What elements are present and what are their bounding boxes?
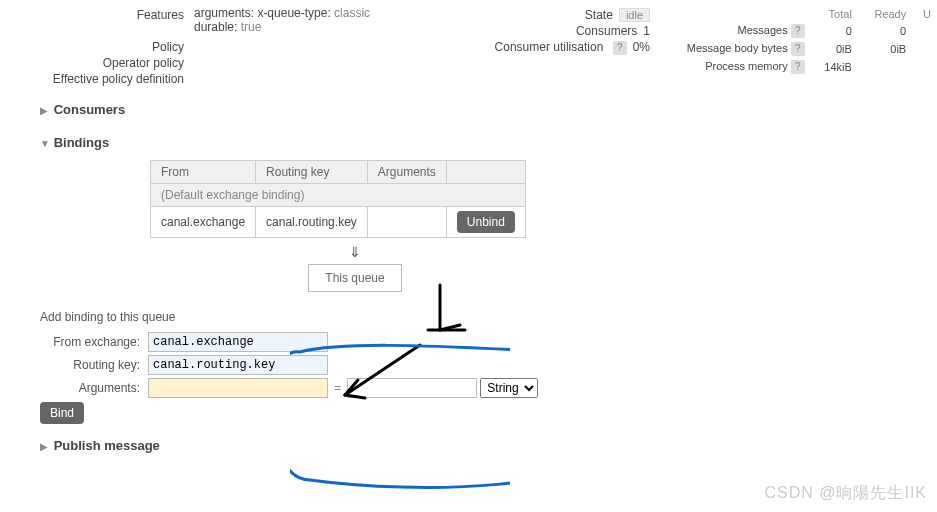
durable-val: true bbox=[241, 20, 262, 34]
consumers-title: Consumers bbox=[54, 102, 126, 117]
bindings-th-args: Arguments bbox=[367, 161, 446, 184]
effective-policy-label: Effective policy definition bbox=[40, 72, 190, 86]
routing-key-input[interactable] bbox=[148, 355, 328, 375]
consumer-util-label: Consumer utilisation bbox=[495, 40, 610, 54]
policy-label: Policy bbox=[40, 40, 190, 54]
bindings-title: Bindings bbox=[54, 135, 110, 150]
consumers-section-header[interactable]: ▶ Consumers bbox=[40, 98, 937, 121]
operator-policy-label: Operator policy bbox=[40, 56, 190, 70]
help-icon[interactable]: ? bbox=[791, 60, 805, 74]
binding-from: canal.exchange bbox=[151, 207, 256, 238]
features-arg-key: x-queue-type: bbox=[257, 6, 330, 20]
argument-value-input[interactable] bbox=[347, 378, 477, 398]
help-icon[interactable]: ? bbox=[791, 42, 805, 56]
publish-title: Publish message bbox=[54, 438, 160, 453]
table-row: (Default exchange binding) bbox=[151, 184, 526, 207]
stats-messages-total: 0 bbox=[809, 22, 858, 40]
consumers-value: 1 bbox=[643, 24, 650, 38]
features-arguments: arguments: bbox=[194, 6, 254, 20]
stats-col-ready: Ready bbox=[858, 6, 912, 22]
consumer-util-value: 0% bbox=[633, 40, 650, 55]
queue-details: Features Policy Operator policy Effectiv… bbox=[0, 6, 937, 88]
help-icon[interactable]: ? bbox=[613, 41, 627, 55]
arguments-label: Arguments: bbox=[40, 381, 140, 395]
down-arrow-icon: ⇓ bbox=[150, 244, 560, 260]
help-icon[interactable]: ? bbox=[791, 24, 805, 38]
state-value: idle bbox=[619, 8, 650, 22]
this-queue-box: This queue bbox=[308, 264, 401, 292]
chevron-right-icon: ▶ bbox=[40, 441, 50, 452]
state-block: State idle Consumers 1 Consumer utilisat… bbox=[470, 6, 650, 88]
stats-mbb-total: 0iB bbox=[809, 40, 858, 58]
bind-button[interactable]: Bind bbox=[40, 402, 84, 424]
chevron-right-icon: ▶ bbox=[40, 105, 50, 116]
add-binding-header: Add binding to this queue bbox=[40, 310, 937, 324]
bindings-th-rk: Routing key bbox=[256, 161, 368, 184]
watermark: CSDN @晌陽先生IIK bbox=[764, 483, 927, 504]
stats-col-total: Total bbox=[809, 6, 858, 22]
unbind-button[interactable]: Unbind bbox=[457, 211, 515, 233]
chevron-down-icon: ▼ bbox=[40, 138, 50, 149]
stats-pm-total: 14kiB bbox=[809, 58, 858, 76]
table-row: canal.exchange canal.routing.key Unbind bbox=[151, 207, 526, 238]
features-values: arguments: x-queue-type: classic durable… bbox=[190, 6, 470, 88]
default-binding: (Default exchange binding) bbox=[151, 184, 526, 207]
bindings-th-from: From bbox=[151, 161, 256, 184]
equals-sign: = bbox=[334, 381, 341, 395]
publish-section-header[interactable]: ▶ Publish message bbox=[40, 434, 937, 457]
stats-mbb-ready: 0iB bbox=[858, 40, 912, 58]
binding-args bbox=[367, 207, 446, 238]
state-label: State bbox=[470, 8, 619, 22]
argument-type-select[interactable]: String bbox=[480, 378, 538, 398]
features-label: Features bbox=[40, 8, 190, 22]
stats-pm-label: Process memory bbox=[705, 60, 788, 72]
stats-messages-label: Messages bbox=[738, 24, 788, 36]
routing-key-label: Routing key: bbox=[40, 358, 140, 372]
from-exchange-label: From exchange: bbox=[40, 335, 140, 349]
consumers-label: Consumers bbox=[470, 24, 643, 38]
from-exchange-input[interactable] bbox=[148, 332, 328, 352]
bindings-table: From Routing key Arguments (Default exch… bbox=[150, 160, 526, 238]
stats-mbb-label: Message body bytes bbox=[687, 42, 788, 54]
binding-rk: canal.routing.key bbox=[256, 207, 368, 238]
features-arg-val: classic bbox=[334, 6, 370, 20]
stats-col-unacked: U bbox=[912, 6, 937, 22]
durable-label: durable: bbox=[194, 20, 237, 34]
bindings-section-header[interactable]: ▼ Bindings bbox=[40, 131, 937, 154]
stats-messages-ready: 0 bbox=[858, 22, 912, 40]
labels-left: Features Policy Operator policy Effectiv… bbox=[40, 6, 190, 88]
argument-key-input[interactable] bbox=[148, 378, 328, 398]
stats-block: Total Ready U Messages ? 0 0 Message bod… bbox=[650, 6, 937, 88]
